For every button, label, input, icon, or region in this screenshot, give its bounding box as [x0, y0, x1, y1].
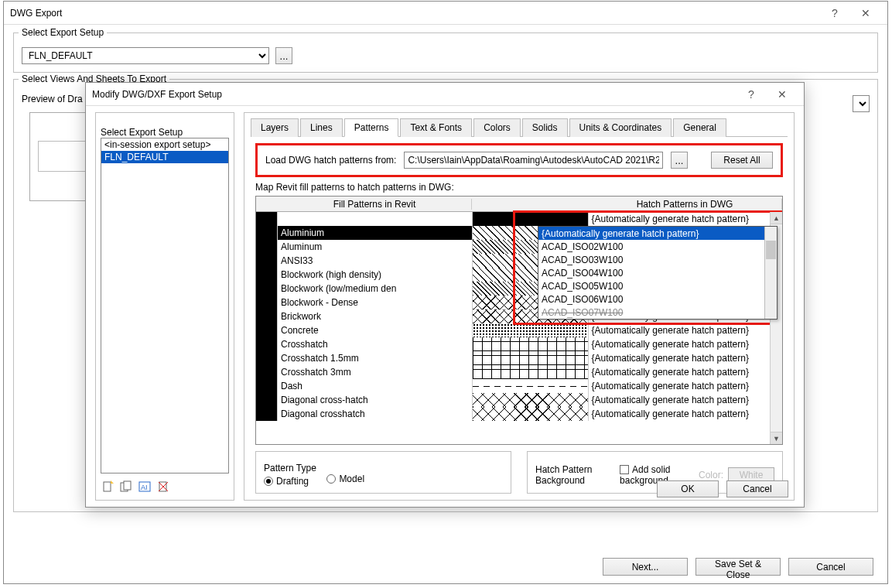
delete-setup-icon[interactable] [156, 480, 170, 494]
cancel-button[interactable]: Cancel [788, 558, 873, 576]
tab-text-fonts[interactable]: Text & Fonts [400, 118, 472, 137]
swatch [256, 282, 278, 296]
outer-view-filter-select[interactable] [853, 95, 870, 112]
fill-pattern-name: Blockwork - Dense [278, 296, 473, 309]
outer-setup-select[interactable]: FLN_DEFAULT [22, 47, 269, 64]
modal-right-panel: Layers Lines Patterns Text & Fonts Color… [244, 112, 795, 501]
dropdown-option[interactable]: ACAD_ISO06W100 [538, 292, 777, 306]
setup-item-insession[interactable]: <in-session export setup> [101, 138, 228, 151]
help-button[interactable]: ? [819, 2, 850, 24]
table-row[interactable]: Concrete{Automatically generate hatch pa… [256, 323, 782, 337]
close-button[interactable]: ✕ [850, 2, 881, 24]
table-row[interactable]: Dash{Automatically generate hatch patter… [256, 379, 782, 393]
dropdown-scrollbar[interactable] [764, 227, 777, 319]
table-row[interactable]: {Automatically generate hatch pattern} [256, 212, 782, 226]
radio-drafting[interactable]: Drafting [264, 476, 309, 487]
fill-pattern-name: Brickwork [278, 309, 473, 323]
table-row[interactable]: Crosshatch 3mm{Automatically generate ha… [256, 365, 782, 379]
hatch-cell[interactable]: {Automatically generate hatch pattern} [589, 407, 783, 421]
tab-general[interactable]: General [673, 118, 726, 137]
save-set-close-button[interactable]: Save Set & Close [695, 558, 781, 576]
fill-pattern-name: Concrete [278, 323, 473, 337]
swatch [256, 351, 278, 365]
fill-pattern-name: Blockwork (low/medium den [278, 282, 473, 296]
modal-titlebar: Modify DWG/DXF Export Setup ? ✕ [86, 83, 804, 106]
dropdown-option[interactable]: {Automatically generate hatch pattern} [538, 227, 777, 240]
modal-title: Modify DWG/DXF Export Setup [92, 89, 736, 100]
swatch [256, 365, 278, 379]
browse-path-button[interactable]: ... [671, 152, 688, 169]
load-patterns-row: Load DWG hatch patterns from: ... Reset … [255, 143, 783, 177]
tab-units-coordinates[interactable]: Units & Coordinates [569, 118, 672, 137]
swatch [256, 254, 278, 268]
swatch [256, 337, 278, 351]
dropdown-option[interactable]: ACAD_ISO05W100 [538, 279, 777, 292]
pattern-preview [473, 351, 589, 365]
next-button[interactable]: Next... [603, 558, 688, 576]
load-path-input[interactable] [404, 152, 663, 169]
hatch-cell[interactable]: {Automatically generate hatch pattern} [589, 212, 783, 226]
outer-titlebar: DWG Export ? ✕ [4, 2, 887, 25]
radio-model[interactable]: Model [326, 473, 364, 484]
setup-toolbar: AI [101, 480, 229, 494]
hatch-cell[interactable]: {Automatically generate hatch pattern} [589, 323, 783, 337]
table-row[interactable]: Crosshatch{Automatically generate hatch … [256, 337, 782, 351]
hatch-cell[interactable]: {Automatically generate hatch pattern} [589, 351, 783, 365]
dropdown-option[interactable]: ACAD_ISO07W100 [538, 306, 777, 319]
swatch [256, 379, 278, 393]
table-row[interactable]: Diagonal crosshatch{Automatically genera… [256, 407, 782, 421]
reset-all-button[interactable]: Reset All [711, 152, 773, 169]
svg-marker-1 [111, 480, 114, 484]
fill-pattern-name: Aluminum [278, 240, 473, 254]
rename-setup-icon[interactable]: AI [138, 480, 152, 494]
map-label: Map Revit fill patterns to hatch pattern… [255, 182, 783, 193]
outer-select-export-label: Select Export Setup [19, 27, 107, 38]
load-label: Load DWG hatch patterns from: [265, 155, 396, 166]
swatch [256, 296, 278, 309]
outer-setup-browse-button[interactable]: ... [275, 47, 292, 64]
dropdown-option[interactable]: ACAD_ISO02W100 [538, 240, 777, 253]
fill-pattern-name: ANSI33 [278, 254, 473, 268]
new-setup-icon[interactable] [101, 480, 114, 494]
table-row[interactable]: Crosshatch 1.5mm{Automatically generate … [256, 351, 782, 365]
fill-pattern-name: Diagonal cross-hatch [278, 393, 473, 407]
pattern-preview [473, 323, 589, 337]
outer-select-export-group: Select Export Setup FLN_DEFAULT ... [13, 32, 878, 73]
tab-layers[interactable]: Layers [251, 118, 299, 137]
swatch [256, 268, 278, 282]
tab-solids[interactable]: Solids [522, 118, 568, 137]
setup-item-fln-default[interactable]: FLN_DEFAULT [101, 151, 228, 163]
setup-list[interactable]: <in-session export setup> FLN_DEFAULT [101, 138, 229, 473]
scroll-up-icon[interactable]: ▲ [771, 212, 782, 224]
modal-cancel-button[interactable]: Cancel [726, 480, 788, 497]
modal-setup-label: Select Export Setup [101, 127, 229, 138]
table-row[interactable]: Diagonal cross-hatch{Automatically gener… [256, 393, 782, 407]
modal-close-button[interactable]: ✕ [767, 84, 798, 105]
hatch-cell[interactable]: {Automatically generate hatch pattern} [589, 365, 783, 379]
outer-footer: Next... Save Set & Close Cancel [603, 558, 873, 576]
tab-lines[interactable]: Lines [300, 118, 343, 137]
tab-patterns[interactable]: Patterns [344, 118, 399, 137]
hatch-cell[interactable]: {Automatically generate hatch pattern} [589, 337, 783, 351]
modal-help-button[interactable]: ? [736, 84, 767, 105]
table-header: Fill Patterns in Revit Hatch Patterns in… [256, 197, 782, 212]
col-dwg: Hatch Patterns in DWG [588, 199, 782, 210]
pattern-type-legend: Pattern Type [264, 463, 503, 473]
pattern-preview [473, 393, 589, 407]
dropdown-option[interactable]: ACAD_ISO04W100 [538, 266, 777, 279]
hatch-dropdown[interactable]: {Automatically generate hatch pattern} A… [538, 226, 778, 320]
fill-pattern-name: Blockwork (high density) [278, 268, 473, 282]
fill-pattern-name [278, 212, 473, 226]
swatch [256, 393, 278, 407]
tab-colors[interactable]: Colors [473, 118, 521, 137]
hatch-cell[interactable]: {Automatically generate hatch pattern} [589, 379, 783, 393]
hatch-cell[interactable]: {Automatically generate hatch pattern} [589, 393, 783, 407]
duplicate-setup-icon[interactable] [119, 480, 133, 494]
scroll-down-icon[interactable]: ▼ [771, 432, 782, 444]
swatch [256, 212, 278, 226]
outer-title: DWG Export [10, 8, 819, 19]
pattern-preview [473, 337, 589, 351]
modal-ok-button[interactable]: OK [657, 480, 719, 497]
dropdown-option[interactable]: ACAD_ISO03W100 [538, 253, 777, 266]
pattern-preview [473, 212, 589, 226]
